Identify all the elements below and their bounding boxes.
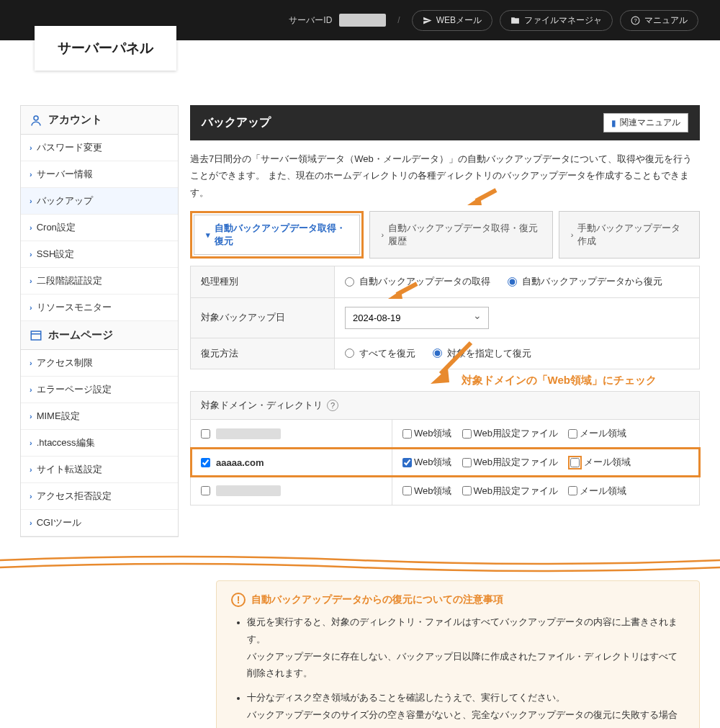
sidebar-item[interactable]: ›パスワード変更 <box>21 135 178 161</box>
chevron-right-icon: › <box>30 303 32 312</box>
help-icon[interactable]: ? <box>327 400 338 411</box>
domain-select-cell[interactable] <box>201 485 382 496</box>
row-label-restore-method: 復元方法 <box>191 338 335 369</box>
sidebar-item-label: アクセス拒否設定 <box>37 490 112 503</box>
warning-title: 自動バックアップデータからの復元についての注意事項 <box>251 593 503 606</box>
table-row: Web領域Web用設定ファイルメール領域 <box>191 420 700 449</box>
sidebar-item[interactable]: ›.htaccess編集 <box>21 430 178 456</box>
sidebar-item[interactable]: ›MIME設定 <box>21 403 178 429</box>
chevron-right-icon: › <box>30 223 32 232</box>
settings-table: 処理種別 自動バックアップデータの取得 自動バックアップデータから復元 対象バッ… <box>190 266 700 369</box>
main-content: バックアップ ▮ 関連マニュアル 過去7日間分の「サーバー領域データ（Web・メ… <box>190 105 700 505</box>
radio-restore-backup[interactable]: 自動バックアップデータから復元 <box>508 275 662 288</box>
check-web-area[interactable]: Web領域 <box>402 456 452 469</box>
check-web-area[interactable]: Web領域 <box>402 485 452 498</box>
check-label: Web用設定ファイル <box>474 456 559 469</box>
warning-item: 復元を実行すると、対象のディレクトリ・ファイルはすべてバックアップデータの内容に… <box>247 614 685 683</box>
check-label: メール領域 <box>580 485 626 498</box>
chevron-right-icon: › <box>30 277 32 285</box>
radio-label: 自動バックアップデータから復元 <box>522 275 662 288</box>
tab-auto-backup[interactable]: ▾自動バックアップデータ取得・復元 <box>194 215 360 255</box>
folder-icon <box>510 16 520 25</box>
sidebar-item[interactable]: ›アクセス制限 <box>21 350 178 376</box>
sidebar: アカウント ›パスワード変更›サーバー情報›バックアップ›Cron設定›SSH設… <box>20 105 179 537</box>
logo: サーバーパネル <box>35 26 176 71</box>
sidebar-item[interactable]: ›エラーページ設定 <box>21 377 178 403</box>
backup-date-select[interactable]: 2024-08-19 <box>345 307 489 329</box>
paper-plane-icon <box>423 16 432 25</box>
tab-history[interactable]: ›自動バックアップデータ取得・復元履歴 <box>369 211 553 259</box>
domain-checkbox[interactable] <box>201 429 210 439</box>
section-homepage-label: ホームページ <box>48 328 113 342</box>
chevron-right-icon: › <box>30 518 32 527</box>
process-type-options: 自動バックアップデータの取得 自動バックアップデータから復元 <box>335 266 700 298</box>
sidebar-item-label: リソースモニター <box>37 301 112 314</box>
sidebar-item[interactable]: ›リソースモニター <box>21 295 178 320</box>
check-web-config[interactable]: Web用設定ファイル <box>462 427 559 440</box>
check-label: Web用設定ファイル <box>474 485 559 498</box>
sidebar-item-label: Cron設定 <box>37 221 76 234</box>
check-label: Web用設定ファイル <box>474 427 559 440</box>
domain-checkbox[interactable] <box>201 458 210 467</box>
exclamation-icon: ! <box>231 593 246 607</box>
sidebar-item-label: パスワード変更 <box>37 141 102 154</box>
restore-method-options: すべてを復元 対象を指定して復元 <box>335 338 700 369</box>
row-label-process-type: 処理種別 <box>191 266 335 298</box>
sidebar-item[interactable]: ›バックアップ <box>21 188 178 214</box>
tab-bar: ▾自動バックアップデータ取得・復元 ›自動バックアップデータ取得・復元履歴 ›手… <box>190 211 700 259</box>
tab-manual-backup[interactable]: ›手動バックアップデータ作成 <box>559 211 700 259</box>
domain-select-cell[interactable]: aaaaa.com <box>201 457 382 468</box>
check-label: Web領域 <box>414 485 452 498</box>
server-id-label: サーバーID <box>289 14 332 27</box>
tab-highlight-box: ▾自動バックアップデータ取得・復元 <box>190 211 364 259</box>
sidebar-item[interactable]: ›アクセス拒否設定 <box>21 483 178 509</box>
section-account-label: アカウント <box>48 113 102 127</box>
related-manual-label: 関連マニュアル <box>620 117 680 129</box>
check-web-area[interactable]: Web領域 <box>402 427 452 440</box>
sidebar-item[interactable]: ›SSH設定 <box>21 241 178 267</box>
sidebar-item-label: .htaccess編集 <box>37 436 95 449</box>
check-mail-area[interactable]: メール領域 <box>568 427 626 440</box>
check-label: メール領域 <box>584 456 631 469</box>
domain-checkbox[interactable] <box>201 486 210 495</box>
radio-get-backup[interactable]: 自動バックアップデータの取得 <box>345 275 490 288</box>
sidebar-item[interactable]: ›CGIツール <box>21 510 178 536</box>
filemanager-button[interactable]: ファイルマネージャ <box>500 10 613 31</box>
radio-label: 自動バックアップデータの取得 <box>359 275 490 288</box>
check-mail-area[interactable]: メール領域 <box>568 485 626 498</box>
webmail-button[interactable]: WEBメール <box>412 10 492 31</box>
domain-select-cell[interactable] <box>201 428 382 439</box>
related-manual-button[interactable]: ▮ 関連マニュアル <box>603 113 688 132</box>
sidebar-item-label: CGIツール <box>37 516 81 529</box>
radio-restore-target[interactable]: 対象を指定して復元 <box>433 347 531 360</box>
chevron-down-icon: ▾ <box>206 230 210 240</box>
annotation-text: 対象ドメインの「Web領域」にチェック <box>190 374 700 387</box>
chevron-right-icon: › <box>382 230 384 239</box>
radio-restore-all[interactable]: すべてを復元 <box>345 347 415 360</box>
sidebar-item-label: サイト転送設定 <box>37 463 102 476</box>
chevron-right-icon: › <box>571 230 574 239</box>
page-title: バックアップ <box>202 115 271 130</box>
manual-label: マニュアル <box>644 14 688 27</box>
tab-label: 自動バックアップデータ取得・復元履歴 <box>388 222 541 248</box>
check-label: メール領域 <box>580 427 626 440</box>
chevron-right-icon: › <box>30 250 32 259</box>
sidebar-item[interactable]: ›二段階認証設定 <box>21 268 178 294</box>
question-icon: ? <box>631 16 640 25</box>
check-web-config[interactable]: Web用設定ファイル <box>462 485 559 498</box>
sidebar-item[interactable]: ›サーバー情報 <box>21 161 178 187</box>
sidebar-item-label: SSH設定 <box>37 248 75 261</box>
sidebar-item[interactable]: ›Cron設定 <box>21 215 178 241</box>
check-mail-area[interactable]: メール領域 <box>568 456 631 469</box>
sidebar-section-account: アカウント <box>21 106 178 135</box>
chevron-right-icon: › <box>30 412 32 421</box>
page-description: 過去7日間分の「サーバー領域データ（Web・メールデータ）」の自動バックアップデ… <box>190 150 700 201</box>
manual-button[interactable]: ? マニュアル <box>620 10 698 31</box>
server-id-value <box>339 14 386 27</box>
check-web-config[interactable]: Web用設定ファイル <box>462 456 559 469</box>
sidebar-item[interactable]: ›サイト転送設定 <box>21 457 178 482</box>
svg-text:?: ? <box>634 17 636 24</box>
sidebar-item-label: 二段階認証設定 <box>37 274 102 287</box>
chevron-right-icon: › <box>30 359 32 367</box>
chevron-right-icon: › <box>30 465 32 474</box>
